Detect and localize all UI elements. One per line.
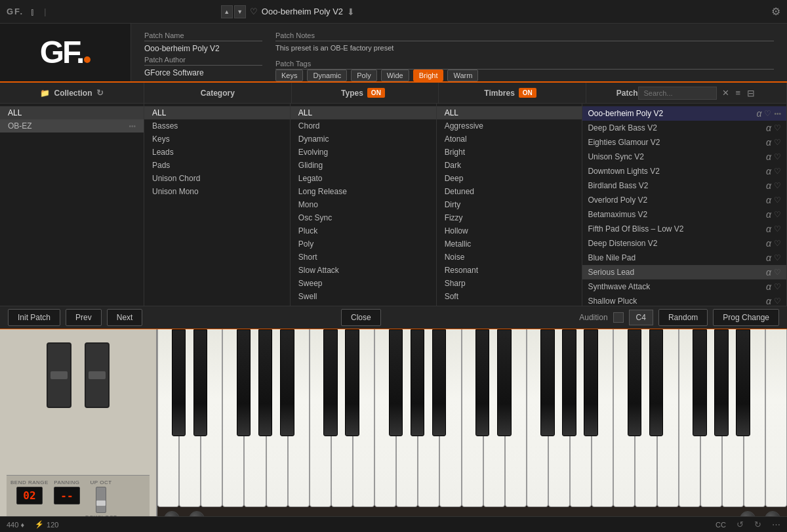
patch-item[interactable]: Birdland Bass V2α♡ — [582, 178, 786, 193]
black-key[interactable] — [714, 329, 729, 436]
timbre-item[interactable]: tag — [437, 303, 582, 306]
type-item[interactable]: Swell — [291, 290, 436, 303]
timbre-item[interactable]: ALL — [437, 106, 582, 119]
settings-icon[interactable]: ⚙ — [771, 5, 780, 18]
timbre-item[interactable]: Bright — [437, 146, 582, 159]
type-item[interactable]: ALL — [291, 106, 436, 119]
type-item[interactable]: Osc Sync — [291, 211, 436, 224]
timbre-item[interactable]: Detuned — [437, 185, 582, 198]
timbre-item[interactable]: Soft — [437, 290, 582, 303]
black-key[interactable] — [562, 329, 576, 436]
category-item[interactable]: Keys — [144, 133, 290, 146]
mod-wheel[interactable] — [85, 342, 110, 408]
patch-tag-keys[interactable]: Keys — [275, 70, 303, 81]
patch-item[interactable]: Serious Leadα♡ — [582, 265, 786, 279]
patch-item[interactable]: Shallow Pluckα♡ — [582, 294, 786, 306]
patch-next-button[interactable]: ▼ — [234, 5, 246, 18]
timbre-item[interactable]: Sharp — [437, 277, 582, 290]
type-item[interactable]: Legato — [291, 172, 436, 185]
random-button[interactable]: Random — [658, 309, 708, 326]
heart-icon[interactable]: ♡ — [250, 7, 258, 16]
patch-item[interactable]: Unison Sync V2α♡ — [582, 150, 786, 164]
black-key[interactable] — [497, 329, 512, 436]
category-item[interactable]: Leads — [144, 146, 290, 159]
pitch-wheel[interactable] — [47, 342, 71, 408]
timbre-item[interactable]: Fizzy — [437, 211, 582, 224]
category-item[interactable]: Unison Chord — [144, 172, 290, 185]
type-item[interactable]: tag — [291, 303, 436, 306]
prev-button[interactable]: Prev — [66, 309, 102, 326]
patch-item[interactable]: Betamaximus V2α♡ — [582, 207, 786, 222]
black-key[interactable] — [584, 329, 598, 436]
collection-item[interactable]: ALL — [0, 106, 144, 119]
patch-item[interactable]: Deep Dark Bass V2α♡ — [582, 121, 786, 135]
category-item[interactable]: Basses — [144, 119, 290, 133]
type-item[interactable]: Long Release — [291, 185, 436, 198]
timbre-item[interactable]: Atonal — [437, 133, 582, 146]
undo-icon[interactable]: ↺ — [737, 520, 744, 529]
type-item[interactable]: Pluck — [291, 224, 436, 237]
timbres-toggle[interactable]: ON — [519, 88, 536, 98]
black-key[interactable] — [475, 329, 490, 436]
timbre-item[interactable]: Metallic — [437, 237, 582, 251]
octave-slider[interactable] — [96, 487, 106, 513]
patch-item[interactable]: Eighties Glamour V2α♡ — [582, 135, 786, 150]
category-item[interactable]: Unison Mono — [144, 185, 290, 198]
list-view-button[interactable]: ≡ — [735, 87, 742, 99]
black-key[interactable] — [628, 329, 642, 436]
patch-tag-poly[interactable]: Poly — [351, 70, 376, 81]
filter-icon-button[interactable]: ⊟ — [746, 87, 756, 100]
patch-item[interactable]: Ooo-berheim Poly V2α♡••• — [582, 106, 786, 121]
type-item[interactable]: Slow Attack — [291, 264, 436, 277]
folder-icon[interactable]: 📁 — [40, 89, 50, 98]
type-item[interactable]: Short — [291, 251, 436, 264]
download-icon[interactable]: ⬇ — [347, 7, 355, 17]
init-patch-button[interactable]: Init Patch — [8, 309, 60, 326]
refresh-icon[interactable]: ↻ — [96, 88, 104, 98]
type-item[interactable]: Evolving — [291, 146, 436, 159]
type-item[interactable]: Poly — [291, 237, 436, 251]
collection-item[interactable]: OB-EZ••• — [0, 119, 144, 133]
timbre-item[interactable]: Aggressive — [437, 119, 582, 133]
black-key[interactable] — [172, 329, 186, 436]
patch-tag-wide[interactable]: Wide — [381, 70, 409, 81]
type-item[interactable]: Chord — [291, 119, 436, 133]
patch-tag-bright[interactable]: Bright — [413, 70, 444, 81]
type-item[interactable]: Mono — [291, 198, 436, 211]
timbre-item[interactable]: Dirty — [437, 198, 582, 211]
black-key[interactable] — [411, 329, 425, 436]
timbre-item[interactable]: Hollow — [437, 224, 582, 237]
search-input[interactable] — [638, 87, 717, 100]
next-button[interactable]: Next — [107, 309, 143, 326]
audition-checkbox[interactable] — [613, 312, 624, 323]
black-key[interactable] — [323, 329, 338, 436]
black-key[interactable] — [345, 329, 359, 436]
black-key[interactable] — [540, 329, 555, 436]
black-key[interactable] — [193, 329, 208, 436]
timbre-item[interactable]: Noise — [437, 251, 582, 264]
timbre-item[interactable]: Dark — [437, 159, 582, 172]
patch-prev-button[interactable]: ▲ — [221, 5, 233, 18]
type-item[interactable]: Dynamic — [291, 133, 436, 146]
type-item[interactable]: Gliding — [291, 159, 436, 172]
timbre-item[interactable]: Resonant — [437, 264, 582, 277]
patch-item[interactable]: Deep Distension V2α♡ — [582, 236, 786, 251]
black-key[interactable] — [432, 329, 447, 436]
close-button[interactable]: Close — [341, 309, 381, 326]
redo-icon[interactable]: ↻ — [754, 520, 761, 529]
black-key[interactable] — [280, 329, 294, 436]
black-key[interactable] — [258, 329, 273, 436]
timbre-item[interactable]: Deep — [437, 172, 582, 185]
more-icon[interactable]: ⋯ — [772, 520, 780, 529]
prog-change-button[interactable]: Prog Change — [713, 309, 779, 326]
patch-tag-warm[interactable]: Warm — [447, 70, 478, 81]
category-item[interactable]: Pads — [144, 159, 290, 172]
search-clear-button[interactable]: ✕ — [721, 87, 731, 99]
patch-item[interactable]: Blue Nile Padα♡ — [582, 251, 786, 265]
black-key[interactable] — [736, 329, 750, 436]
type-item[interactable]: Sweep — [291, 277, 436, 290]
black-key[interactable] — [693, 329, 707, 436]
black-key[interactable] — [389, 329, 403, 436]
types-toggle[interactable]: ON — [367, 88, 385, 98]
patch-item[interactable]: Overlord Poly V2α♡ — [582, 193, 786, 207]
